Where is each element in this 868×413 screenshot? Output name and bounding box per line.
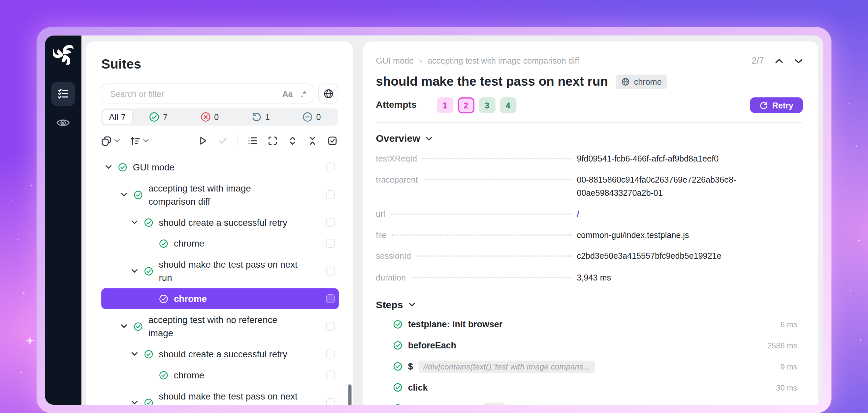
chevron-down-icon[interactable] bbox=[131, 220, 138, 225]
tree-row-browser[interactable]: chrome bbox=[101, 365, 339, 386]
filter-failed[interactable]: 0 bbox=[184, 112, 235, 122]
overview-key: url bbox=[376, 209, 385, 218]
tree-row-label: accepting test with no reference image bbox=[149, 313, 291, 340]
tree-toolbar bbox=[101, 132, 338, 149]
overview-row: duration3,943 ms bbox=[376, 271, 801, 283]
tree-row-test[interactable]: should make the test pass on next run bbox=[101, 386, 339, 405]
sparkle bbox=[25, 336, 34, 345]
tree-row-checkbox[interactable] bbox=[326, 294, 335, 303]
step-row[interactable]: $ //div[contains(text(),'test with image… bbox=[363, 356, 818, 377]
check-circle-icon bbox=[159, 239, 168, 248]
expand-all-button[interactable] bbox=[287, 135, 298, 146]
tree-row-label: chrome bbox=[174, 369, 204, 382]
tree-scrollbar-thumb[interactable] bbox=[348, 384, 351, 405]
tree-row-checkbox[interactable] bbox=[326, 398, 335, 405]
tree-row-checkbox[interactable] bbox=[326, 218, 335, 227]
filter-skipped[interactable]: 0 bbox=[286, 112, 337, 122]
sidebar bbox=[45, 35, 82, 405]
attempt-1[interactable]: 1 bbox=[436, 97, 453, 113]
overview-section-header[interactable]: Overview bbox=[376, 133, 818, 144]
attempt-4[interactable]: 4 bbox=[500, 97, 516, 113]
test-title: should make the test pass on next run bbox=[376, 74, 608, 89]
tree-row-checkbox[interactable] bbox=[326, 267, 335, 276]
overview-key: testXReqId bbox=[376, 153, 417, 163]
attempts-label: Attempts bbox=[376, 100, 417, 111]
tree-row-checkbox[interactable] bbox=[326, 349, 335, 358]
steps-section-header[interactable]: Steps bbox=[376, 299, 818, 310]
attempt-3[interactable]: 3 bbox=[479, 97, 495, 113]
chevron-down-icon[interactable] bbox=[121, 193, 127, 197]
collapse-all-button[interactable] bbox=[307, 135, 318, 146]
overview-value-url-link[interactable]: / bbox=[577, 207, 801, 220]
regex-toggle[interactable]: .* bbox=[301, 89, 306, 98]
breadcrumb-current[interactable]: accepting test with image comparison dif… bbox=[428, 56, 579, 65]
check-circle-icon bbox=[159, 294, 168, 304]
sidebar-item-visual-checks[interactable] bbox=[51, 111, 75, 135]
status-filter-bar: All 7 7 0 bbox=[101, 108, 338, 126]
search-input[interactable] bbox=[109, 88, 275, 99]
sparkle bbox=[11, 199, 13, 201]
tree-row-checkbox[interactable] bbox=[326, 239, 335, 248]
step-row[interactable]: beforeEach 2586 ms bbox=[363, 335, 818, 356]
dotted-leader bbox=[423, 158, 571, 159]
chevron-up-icon[interactable] bbox=[775, 58, 783, 63]
check-circle-icon bbox=[149, 112, 160, 122]
browser-filter-button[interactable] bbox=[318, 83, 338, 103]
tree-row-suite[interactable]: accepting test with no reference image bbox=[101, 309, 339, 343]
tree-row-test[interactable]: should make the test pass on next run bbox=[101, 254, 339, 288]
case-sensitive-toggle[interactable]: Aa bbox=[282, 89, 292, 98]
check-circle-icon bbox=[118, 162, 127, 172]
check-icon bbox=[217, 135, 228, 146]
tree-row-checkbox[interactable] bbox=[326, 322, 335, 331]
step-row[interactable]: waitForClickable obj 8 ms bbox=[363, 398, 818, 405]
retry-button[interactable]: Retry bbox=[750, 97, 803, 113]
collapse-icon bbox=[307, 135, 318, 146]
chevron-down-icon[interactable] bbox=[131, 401, 138, 405]
step-row[interactable]: testplane: init browser 6 ms bbox=[363, 314, 818, 335]
check-circle-icon bbox=[393, 341, 402, 350]
tree-row-checkbox[interactable] bbox=[326, 371, 335, 379]
chevron-down-icon[interactable] bbox=[795, 58, 803, 63]
step-duration: 2586 ms bbox=[767, 341, 797, 350]
tree-row-label: chrome bbox=[174, 237, 204, 250]
filter-passed[interactable]: 7 bbox=[133, 112, 184, 122]
step-label: testplane: init browser bbox=[408, 319, 502, 329]
step-row[interactable]: click 30 ms bbox=[363, 377, 818, 398]
breadcrumb-parent[interactable]: GUI mode bbox=[376, 56, 414, 65]
tree-row-label: should create a successful retry bbox=[159, 215, 287, 229]
desktop-background: Suites Aa .* bbox=[0, 0, 868, 413]
check-circle-icon bbox=[159, 370, 168, 380]
tree-row-test[interactable]: should create a successful retry bbox=[101, 212, 339, 233]
tree-row-checkbox[interactable] bbox=[326, 190, 335, 199]
scan-icon bbox=[267, 135, 278, 146]
tree-row-test[interactable]: should create a successful retry bbox=[101, 343, 339, 365]
sidebar-item-suites[interactable] bbox=[51, 82, 75, 106]
chevron-down-icon[interactable] bbox=[131, 269, 138, 273]
tree-row-browser-selected[interactable]: chrome bbox=[101, 288, 339, 309]
filter-retried[interactable]: 1 bbox=[235, 112, 286, 122]
tree-row-suite[interactable]: GUI mode bbox=[101, 157, 339, 178]
list-view-button[interactable] bbox=[247, 135, 258, 146]
overview-row: sessionIdc2bd3e50e3a415557bfc9edb5e19921… bbox=[376, 249, 801, 262]
step-duration: 30 ms bbox=[776, 383, 797, 392]
dotted-leader bbox=[392, 234, 571, 235]
attempt-2-selected[interactable]: 2 bbox=[458, 97, 474, 113]
filter-all[interactable]: All 7 bbox=[102, 109, 133, 124]
run-tests-button[interactable] bbox=[197, 135, 208, 146]
check-circle-icon bbox=[133, 190, 143, 199]
check-circle-icon bbox=[144, 398, 153, 405]
tree-row-browser[interactable]: chrome bbox=[101, 233, 339, 254]
tree-row-checkbox[interactable] bbox=[326, 163, 335, 171]
chevron-down-icon[interactable] bbox=[131, 352, 138, 356]
tree-row-suite[interactable]: accepting test with image comparison dif… bbox=[101, 178, 339, 212]
group-by-dropdown[interactable] bbox=[101, 135, 120, 146]
sort-dropdown[interactable] bbox=[130, 135, 149, 146]
check-circle-icon bbox=[393, 320, 402, 329]
accept-button[interactable] bbox=[217, 135, 228, 146]
chevron-down-icon[interactable] bbox=[121, 324, 127, 328]
sparkle bbox=[858, 239, 861, 242]
chevron-down-icon[interactable] bbox=[105, 165, 112, 169]
focus-selection-button[interactable] bbox=[267, 135, 278, 146]
select-all-button[interactable] bbox=[327, 135, 338, 146]
step-arg-chip: obj bbox=[484, 403, 505, 405]
